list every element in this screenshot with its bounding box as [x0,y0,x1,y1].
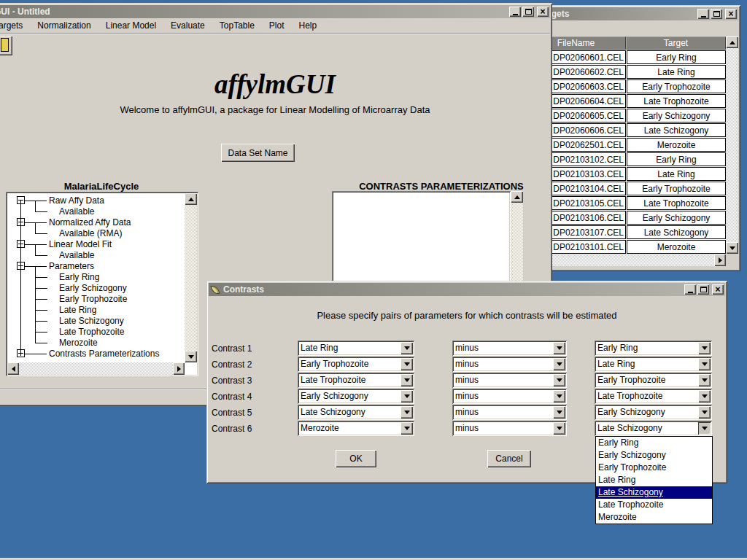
menu-item-plot[interactable]: Plot [262,19,292,33]
contrast-1-right-combobox[interactable]: Early Ring [595,341,712,356]
target-cell[interactable]: Late Trophozoite [627,196,726,210]
target-cell[interactable]: Merozoite [627,240,726,254]
target-cell[interactable]: Late Ring [627,167,726,181]
tree-node-available[interactable]: Available [59,250,94,260]
scroll-up-button[interactable] [726,36,738,48]
combo-arrow-button[interactable] [698,406,711,419]
maximize-button[interactable] [522,7,534,17]
contrast-3-right-combobox[interactable]: Early Trophozoite [595,373,712,388]
contrast-6-left-combobox[interactable]: Merozoite [298,421,414,436]
contrast-4-right-combobox[interactable]: Late Trophozoite [595,389,712,404]
menu-item-toptable[interactable]: TopTable [212,19,262,33]
combo-arrow-button[interactable] [400,358,413,370]
target-cell[interactable]: Early Trophozoite [627,182,726,195]
contrast-3-left-combobox[interactable]: Late Trophozoite [298,373,414,388]
contrast-2-operator-combobox[interactable]: minus [452,357,567,372]
tree-node-contrasts-parameterizations[interactable]: Contrasts Parameterizations [49,349,159,359]
close-button[interactable]: × [537,7,549,17]
scrollbar-track[interactable] [19,362,173,375]
tree-node-available-rma-[interactable]: Available (RMA) [59,228,122,238]
tree-node-available[interactable]: Available [59,206,94,217]
menu-item-linear-model[interactable]: Linear Model [98,19,163,33]
combo-arrow-button[interactable] [553,342,565,354]
dropdown-option-early-schizogony[interactable]: Early Schizogony [596,449,712,462]
scroll-left-button[interactable] [7,362,19,375]
maximize-button[interactable] [711,9,722,19]
menu-item-help[interactable]: Help [292,19,325,33]
scroll-right-button[interactable] [714,254,726,266]
tree-node-parameters[interactable]: Parameters [49,261,94,271]
dataset-name-button[interactable]: Data Set Name [221,144,295,162]
close-button[interactable]: × [712,284,724,295]
close-button[interactable]: × [725,9,737,19]
dialog-titlebar[interactable]: Contrasts [209,283,725,296]
main-titlebar[interactable]: GUI - Untitled [0,5,550,18]
target-cell[interactable]: Merozoite [627,138,726,152]
tree-node-merozoite[interactable]: Merozoite [59,338,98,348]
scroll-up-button[interactable] [511,191,523,203]
target-cell[interactable]: Early Schizogony [627,109,726,122]
tree-node-early-trophozoite[interactable]: Early Trophozoite [59,294,127,304]
target-cell[interactable]: Late Schizogony [627,123,726,137]
scroll-right-button[interactable] [173,362,185,375]
cancel-button[interactable]: Cancel [487,450,531,467]
column-header-target[interactable]: Target [626,36,726,50]
dropdown-option-late-trophozoite[interactable]: Late Trophozoite [596,499,712,511]
targets-horizontal-scrollbar[interactable] [526,254,726,266]
combo-arrow-button[interactable] [553,390,565,402]
tree-node-raw-affy-data[interactable]: Raw Affy Data [49,195,104,206]
combo-arrow-button[interactable] [553,406,565,419]
dropdown-option-late-ring[interactable]: Late Ring [596,474,712,486]
contrast-4-operator-combobox[interactable]: minus [452,389,567,404]
tree-node-late-ring[interactable]: Late Ring [59,305,96,315]
contrast-5-left-combobox[interactable]: Late Schizogony [298,405,414,420]
target-cell[interactable]: Late Schizogony [627,225,726,239]
contrast-5-right-combobox[interactable]: Early Schizogony [595,405,712,420]
scrollbar-track[interactable] [726,48,738,242]
dropdown-option-early-trophozoite[interactable]: Early Trophozoite [596,462,712,474]
tree-node-early-ring[interactable]: Early Ring [59,272,99,282]
combo-arrow-button[interactable] [698,342,711,354]
target-cell[interactable]: Late Ring [627,65,726,79]
targets-vertical-scrollbar[interactable] [726,36,738,254]
scroll-up-button[interactable] [185,193,197,205]
scroll-down-button[interactable] [726,242,738,254]
target-cell[interactable]: Early Ring [627,50,726,64]
combo-arrow-button[interactable] [698,358,711,370]
target-cell[interactable]: Early Schizogony [627,211,726,225]
combo-arrow-button[interactable] [698,374,711,386]
toolbar-new-icon[interactable] [0,36,12,55]
contrast-2-right-combobox[interactable]: Late Ring [595,357,712,372]
contrast-1-operator-combobox[interactable]: minus [452,341,567,356]
tree-vertical-scrollbar[interactable] [185,193,197,362]
maximize-button[interactable] [697,284,709,295]
minimize-button[interactable] [509,7,521,17]
combo-arrow-button[interactable] [400,406,413,419]
tree-node-linear-model-fit[interactable]: Linear Model Fit [49,239,112,249]
minimize-button[interactable] [697,9,709,19]
contrast-4-left-combobox[interactable]: Early Schizogony [298,389,414,404]
combo-arrow-button[interactable] [400,374,413,386]
dropdown-option-late-schizogony[interactable]: Late Schizogony [596,486,712,499]
combo-arrow-button[interactable] [553,422,565,435]
scrollbar-track[interactable] [185,205,197,351]
combo-arrow-button[interactable] [553,358,565,370]
tree-node-early-schizogony[interactable]: Early Schizogony [59,283,127,293]
combo-arrow-button[interactable] [400,390,413,402]
minimize-button[interactable] [684,284,696,295]
dropdown-option-early-ring[interactable]: Early Ring [596,437,712,449]
contrast-5-operator-combobox[interactable]: minus [452,405,567,420]
menu-item-evaluate[interactable]: Evaluate [163,19,212,33]
contrast-1-left-combobox[interactable]: Late Ring [298,341,414,356]
target-cell[interactable]: Early Ring [627,152,726,166]
tree-node-late-trophozoite[interactable]: Late Trophozoite [59,327,124,337]
ok-button[interactable]: OK [336,450,376,467]
target-cell[interactable]: Late Trophozoite [627,94,726,108]
tree-node-late-schizogony[interactable]: Late Schizogony [59,316,124,326]
target-cell[interactable]: Early Trophozoite [627,79,726,93]
tree-horizontal-scrollbar[interactable] [7,362,185,375]
dropdown-option-merozoite[interactable]: Merozoite [596,511,712,524]
contrast-6-operator-combobox[interactable]: minus [452,421,567,436]
contrast-6-right-combobox[interactable]: Late Schizogony [595,421,712,436]
tree-node-normalized-affy-data[interactable]: Normalized Affy Data [49,217,131,228]
